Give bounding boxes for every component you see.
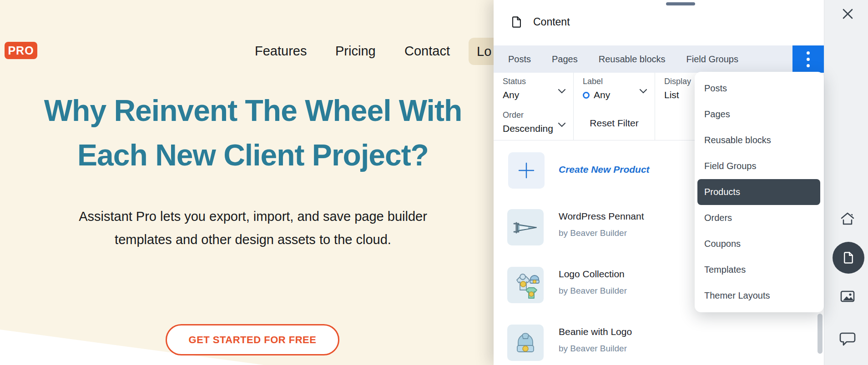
status-filter-value: Any xyxy=(503,90,519,100)
chevron-down-icon xyxy=(639,87,647,95)
tab-reusable-blocks[interactable]: Reusable blocks xyxy=(599,54,666,65)
menu-item-coupons[interactable]: Coupons xyxy=(695,231,824,257)
screenshot-root: PRO Features Pricing Contact Lo Why Rein… xyxy=(0,0,868,365)
panel-drag-handle[interactable] xyxy=(666,2,695,5)
content-types-menu-button[interactable] xyxy=(792,45,824,73)
get-started-button[interactable]: GET STARTED FOR FREE xyxy=(166,324,339,355)
product-byline: by Beaver Builder xyxy=(559,228,627,238)
vertical-ellipsis-icon xyxy=(807,51,810,67)
hero-paragraph: Assistant Pro lets you export, import, a… xyxy=(0,205,506,251)
tab-posts[interactable]: Posts xyxy=(508,54,531,65)
display-filter-label: Display xyxy=(664,77,691,86)
display-filter-value: List xyxy=(664,90,679,100)
order-filter[interactable]: Order Descending xyxy=(494,106,574,140)
menu-item-field-groups[interactable]: Field Groups xyxy=(695,153,824,179)
site-logo-pro-badge[interactable]: PRO xyxy=(5,42,37,59)
chevron-down-icon xyxy=(558,87,566,95)
hero-paragraph-line1: Assistant Pro lets you export, import, a… xyxy=(79,209,427,224)
product-row-beanie-with-logo[interactable]: Beanie with Logo by Beaver Builder xyxy=(494,325,730,365)
document-icon xyxy=(510,15,523,30)
nav-link-features[interactable]: Features xyxy=(255,44,307,59)
label-filter-value: Any xyxy=(594,90,610,100)
product-byline: by Beaver Builder xyxy=(559,344,627,354)
beanie-illustration xyxy=(507,325,544,361)
menu-item-pages[interactable]: Pages xyxy=(695,101,824,127)
right-sidebar xyxy=(824,0,868,365)
tab-pages[interactable]: Pages xyxy=(552,54,578,65)
nav-link-contact[interactable]: Contact xyxy=(404,44,450,59)
hero-heading-line2: Each New Client Project? xyxy=(77,138,429,172)
product-title: Beanie with Logo xyxy=(559,326,632,337)
menu-item-themer-layouts[interactable]: Themer Layouts xyxy=(695,283,824,309)
pennant-illustration xyxy=(507,209,544,245)
hero-heading: Why Reinvent The Wheel With Each New Cli… xyxy=(0,88,506,177)
panel-header: Content xyxy=(494,0,824,45)
product-byline: by Beaver Builder xyxy=(559,286,627,296)
apparel-illustration xyxy=(507,267,544,303)
hero-paragraph-line2: templates and other design assets to the… xyxy=(115,232,391,247)
menu-item-posts[interactable]: Posts xyxy=(695,75,824,101)
chevron-down-icon xyxy=(558,121,566,129)
media-icon[interactable] xyxy=(840,289,855,306)
blue-ring-icon xyxy=(583,92,590,99)
create-new-product-label[interactable]: Create New Product xyxy=(559,164,650,175)
label-filter-label: Label xyxy=(583,77,603,86)
close-icon[interactable] xyxy=(842,8,854,22)
menu-item-templates[interactable]: Templates xyxy=(695,257,824,283)
content-tabbar: Posts Pages Reusable blocks Field Groups xyxy=(494,45,824,73)
hero-heading-line1: Why Reinvent The Wheel With xyxy=(44,94,462,127)
product-title: Logo Collection xyxy=(559,269,625,280)
plus-icon[interactable] xyxy=(508,152,545,189)
status-filter[interactable]: Status Any xyxy=(494,73,574,106)
content-document-icon-active[interactable] xyxy=(833,242,864,274)
menu-item-reusable-blocks[interactable]: Reusable blocks xyxy=(695,127,824,153)
order-filter-value: Descending xyxy=(503,123,553,134)
label-filter[interactable]: Label Any xyxy=(574,73,655,106)
comments-icon[interactable] xyxy=(839,331,856,349)
menu-item-products-selected[interactable]: Products xyxy=(697,179,820,205)
nav-link-pricing[interactable]: Pricing xyxy=(335,44,376,59)
home-icon[interactable] xyxy=(840,211,855,228)
tab-field-groups[interactable]: Field Groups xyxy=(686,54,739,65)
order-filter-label: Order xyxy=(503,110,524,120)
product-title: WordPress Pennant xyxy=(559,211,644,222)
reset-filter-label: Reset Filter xyxy=(590,118,638,129)
menu-item-orders[interactable]: Orders xyxy=(695,205,824,231)
content-type-menu: Posts Pages Reusable blocks Field Groups… xyxy=(695,72,824,312)
reset-filter-button[interactable]: Reset Filter xyxy=(574,106,655,140)
panel-title: Content xyxy=(533,16,570,28)
panel-scrollbar-thumb[interactable] xyxy=(818,314,823,354)
status-filter-label: Status xyxy=(503,77,526,86)
